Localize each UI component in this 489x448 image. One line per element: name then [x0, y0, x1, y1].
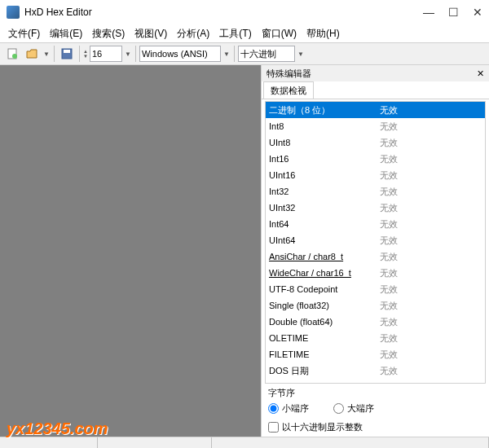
- inspector-value: 无效: [380, 169, 485, 182]
- inspector-value: 无效: [380, 332, 485, 345]
- inspector-row[interactable]: Int8无效: [266, 118, 485, 134]
- open-file-icon: [25, 47, 38, 60]
- inspector-value: 无效: [380, 316, 485, 328]
- main-area: 特殊编辑器 ✕ 数据检视 二进制（8 位）无效Int8无效UInt8无效Int1…: [0, 65, 489, 437]
- svg-rect-3: [64, 50, 70, 53]
- menu-window[interactable]: 窗口(W): [257, 25, 302, 42]
- inspector-type-label: Double (float64): [266, 317, 380, 327]
- inspector-row[interactable]: UInt64无效: [266, 232, 485, 248]
- inspector-type-label: DOS 日期: [266, 365, 380, 377]
- new-file-button[interactable]: [3, 45, 21, 63]
- separator: [135, 46, 136, 62]
- inspector-type-label: 二进制（8 位）: [266, 104, 380, 116]
- inspector-type-label: AnsiChar / char8_t: [266, 252, 380, 261]
- inspector-type-label: WideChar / char16_t: [266, 268, 380, 278]
- little-endian-radio[interactable]: 小端序: [268, 402, 309, 415]
- inspector-row[interactable]: WideChar / char16_t无效: [266, 265, 485, 281]
- panel-tabs: 数据检视: [262, 81, 489, 99]
- inspector-value: 无效: [380, 267, 485, 279]
- inspector-type-label: Int8: [266, 121, 380, 131]
- side-panel: 特殊编辑器 ✕ 数据检视 二进制（8 位）无效Int8无效UInt8无效Int1…: [261, 65, 489, 437]
- status-cell: [212, 437, 489, 448]
- inspector-type-label: UInt32: [266, 203, 380, 213]
- hex-integers-checkbox[interactable]: 以十六进制显示整数: [262, 418, 489, 437]
- inspector-value: 无效: [380, 251, 485, 263]
- inspector-type-label: FILETIME: [266, 349, 380, 359]
- base-dropdown[interactable]: ▼: [297, 46, 305, 62]
- separator: [54, 46, 55, 62]
- menubar: 文件(F) 编辑(E) 搜索(S) 视图(V) 分析(A) 工具(T) 窗口(W…: [0, 24, 489, 42]
- base-select[interactable]: [238, 46, 295, 62]
- watermark: yx12345.com: [7, 419, 108, 438]
- inspector-row[interactable]: UInt32无效: [266, 200, 485, 216]
- big-endian-radio[interactable]: 大端序: [333, 402, 374, 415]
- inspector-type-label: Int16: [266, 154, 380, 164]
- inspector-row[interactable]: OLETIME无效: [266, 330, 485, 346]
- panel-title: 特殊编辑器: [267, 68, 477, 80]
- inspector-value: 无效: [380, 202, 485, 214]
- minimize-button[interactable]: —: [424, 7, 434, 17]
- inspector-row[interactable]: 二进制（8 位）无效: [266, 102, 485, 118]
- inspector-row[interactable]: Int64无效: [266, 216, 485, 232]
- inspector-value: 无效: [380, 235, 485, 247]
- inspector-row[interactable]: FILETIME无效: [266, 346, 485, 362]
- panel-close-button[interactable]: ✕: [477, 68, 484, 79]
- menu-file[interactable]: 文件(F): [3, 25, 45, 42]
- new-file-icon: [6, 47, 19, 60]
- toolbar: ▼ ▲▼ ▼ ▼ ▼: [0, 42, 489, 65]
- inspector-value: 无效: [380, 218, 485, 231]
- titlebar: HxD Hex Editor — ☐ ✕: [0, 0, 489, 24]
- inspector-row[interactable]: DOS 日期无效: [266, 362, 485, 379]
- bytes-per-row-input[interactable]: [90, 46, 122, 62]
- inspector-type-label: UInt64: [266, 235, 380, 245]
- menu-tools[interactable]: 工具(T): [214, 25, 256, 42]
- inspector-row[interactable]: Double (float64)无效: [266, 314, 485, 330]
- inspector-row[interactable]: UTF-8 Codepoint无效: [266, 281, 485, 297]
- inspector-value: 无效: [380, 186, 485, 198]
- encoding-dropdown[interactable]: ▼: [222, 46, 231, 62]
- maximize-button[interactable]: ☐: [448, 7, 458, 17]
- inspector-value: 无效: [380, 121, 485, 133]
- inspector-type-label: UInt8: [266, 138, 380, 147]
- byte-order-label: 字节序: [268, 387, 295, 399]
- separator: [234, 46, 235, 62]
- svg-point-1: [12, 54, 17, 59]
- inspector-type-label: Int32: [266, 187, 380, 196]
- inspector-row[interactable]: UInt8无效: [266, 134, 485, 151]
- byte-order-group: 字节序: [262, 384, 489, 402]
- inspector-type-label: UTF-8 Codepoint: [266, 284, 380, 294]
- open-file-button[interactable]: [23, 45, 41, 63]
- statusbar: [0, 437, 489, 448]
- inspector-value: 无效: [380, 349, 485, 361]
- inspector-value: 无效: [380, 153, 485, 165]
- menu-search[interactable]: 搜索(S): [87, 25, 130, 42]
- inspector-type-label: OLETIME: [266, 333, 380, 343]
- inspector-value: 无效: [380, 137, 485, 149]
- menu-edit[interactable]: 编辑(E): [45, 25, 87, 42]
- bytes-dropdown[interactable]: ▼: [124, 46, 132, 62]
- hex-view[interactable]: [0, 65, 261, 437]
- inspector-row[interactable]: AnsiChar / char8_t无效: [266, 248, 485, 265]
- save-button[interactable]: [58, 45, 76, 63]
- close-button[interactable]: ✕: [473, 7, 482, 17]
- menu-view[interactable]: 视图(V): [130, 25, 172, 42]
- menu-analysis[interactable]: 分析(A): [172, 25, 214, 42]
- inspector-row[interactable]: Int16无效: [266, 151, 485, 167]
- separator: [79, 46, 80, 62]
- inspector-value: 无效: [380, 365, 485, 377]
- menu-help[interactable]: 帮助(H): [302, 25, 345, 42]
- inspector-row[interactable]: Int32无效: [266, 183, 485, 200]
- spinner-buttons[interactable]: ▲▼: [83, 49, 88, 59]
- data-inspector-list[interactable]: 二进制（8 位）无效Int8无效UInt8无效Int16无效UInt16无效In…: [265, 101, 486, 384]
- app-icon: [7, 6, 20, 19]
- status-cell: [98, 437, 212, 448]
- inspector-row[interactable]: UInt16无效: [266, 167, 485, 183]
- inspector-type-label: Int64: [266, 219, 380, 229]
- panel-header: 特殊编辑器 ✕: [262, 65, 489, 81]
- encoding-select[interactable]: [139, 46, 221, 62]
- tab-data-inspector[interactable]: 数据检视: [263, 81, 314, 99]
- inspector-value: 无效: [380, 104, 485, 116]
- open-dropdown[interactable]: ▼: [42, 46, 51, 62]
- window-title: HxD Hex Editor: [24, 7, 424, 18]
- inspector-row[interactable]: Single (float32)无效: [266, 297, 485, 314]
